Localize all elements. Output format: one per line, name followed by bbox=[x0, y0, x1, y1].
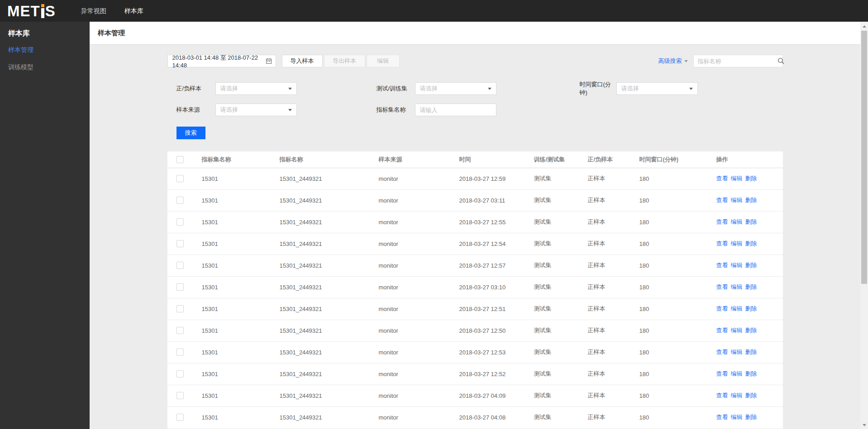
cell-dataset: 测试集 bbox=[525, 189, 579, 211]
edit-link[interactable]: 编辑 bbox=[731, 370, 743, 377]
nav-item-sample-library[interactable]: 样本库 bbox=[115, 0, 153, 22]
edit-link[interactable]: 编辑 bbox=[731, 262, 743, 269]
edit-link[interactable]: 编辑 bbox=[731, 349, 743, 355]
row-checkbox[interactable] bbox=[176, 305, 184, 312]
cell-time-window: 180 bbox=[630, 168, 707, 189]
row-checkbox[interactable] bbox=[176, 218, 184, 226]
sidebar-title: 样本库 bbox=[0, 22, 90, 40]
advanced-search-toggle[interactable]: 高级搜索 bbox=[658, 57, 688, 65]
nav-item-anomaly-view[interactable]: 异常视图 bbox=[72, 0, 115, 22]
cell-time: 2018-03-27 12:57 bbox=[450, 255, 525, 276]
delete-link[interactable]: 删除 bbox=[745, 414, 757, 420]
view-link[interactable]: 查看 bbox=[716, 305, 728, 312]
view-link[interactable]: 查看 bbox=[716, 175, 728, 182]
import-sample-button[interactable]: 导入样本 bbox=[282, 55, 323, 67]
date-range-picker[interactable]: 2018-03-01 14:48 至 2018-07-22 14:48 bbox=[167, 55, 276, 67]
cell-dataset: 测试集 bbox=[525, 363, 579, 385]
view-link[interactable]: 查看 bbox=[716, 197, 728, 203]
time-window-select[interactable]: 请选择 bbox=[616, 82, 698, 95]
metric-set-name-input[interactable] bbox=[415, 104, 496, 116]
delete-link[interactable]: 删除 bbox=[745, 262, 757, 269]
search-button[interactable]: 搜索 bbox=[176, 127, 205, 139]
row-checkbox[interactable] bbox=[176, 197, 184, 204]
cell-time-window: 180 bbox=[630, 211, 707, 233]
row-checkbox[interactable] bbox=[176, 349, 184, 356]
row-checkbox[interactable] bbox=[176, 175, 184, 182]
cell-source: monitor bbox=[370, 276, 450, 298]
delete-link[interactable]: 删除 bbox=[745, 370, 757, 377]
sample-source-select[interactable]: 请选择 bbox=[215, 104, 297, 116]
view-link[interactable]: 查看 bbox=[716, 414, 728, 420]
delete-link[interactable]: 删除 bbox=[745, 175, 757, 182]
view-link[interactable]: 查看 bbox=[716, 283, 728, 290]
row-checkbox[interactable] bbox=[176, 283, 184, 291]
row-checkbox[interactable] bbox=[176, 240, 184, 247]
delete-link[interactable]: 删除 bbox=[745, 349, 757, 355]
polarity-select[interactable]: 请选择 bbox=[215, 82, 297, 95]
scroll-up-arrow-icon[interactable] bbox=[860, 23, 868, 30]
delete-link[interactable]: 删除 bbox=[745, 392, 757, 399]
delete-link[interactable]: 删除 bbox=[745, 283, 757, 290]
cell-metric-set: 15301 bbox=[193, 363, 271, 385]
edit-link[interactable]: 编辑 bbox=[731, 305, 743, 312]
row-checkbox[interactable] bbox=[176, 262, 184, 269]
cell-metric-name: 15301_2449321 bbox=[271, 276, 370, 298]
edit-link[interactable]: 编辑 bbox=[731, 327, 743, 334]
cell-source: monitor bbox=[370, 168, 450, 189]
view-link[interactable]: 查看 bbox=[716, 349, 728, 355]
metric-search-box bbox=[693, 55, 783, 67]
row-checkbox[interactable] bbox=[176, 327, 184, 334]
delete-link[interactable]: 删除 bbox=[745, 305, 757, 312]
cell-dataset: 测试集 bbox=[525, 211, 579, 233]
export-sample-button[interactable]: 导出样本 bbox=[324, 55, 365, 67]
cell-polarity: 正样本 bbox=[579, 276, 630, 298]
cell-time-window: 180 bbox=[630, 406, 707, 428]
edit-link[interactable]: 编辑 bbox=[731, 197, 743, 203]
scrollbar-thumb[interactable] bbox=[861, 31, 867, 284]
edit-link[interactable]: 编辑 bbox=[731, 218, 743, 225]
metis-logo[interactable]: METS bbox=[7, 4, 56, 19]
view-link[interactable]: 查看 bbox=[716, 240, 728, 247]
scroll-down-arrow-icon[interactable] bbox=[860, 421, 868, 429]
delete-link[interactable]: 删除 bbox=[745, 327, 757, 334]
filter-label-metric-set-name: 指标集名称 bbox=[377, 106, 415, 114]
cell-metric-name: 15301_2449321 bbox=[271, 255, 370, 276]
vertical-scrollbar[interactable] bbox=[860, 22, 868, 429]
table-row: 15301 15301_2449321 monitor 2018-03-27 0… bbox=[167, 276, 783, 298]
row-checkbox[interactable] bbox=[176, 370, 184, 377]
edit-button[interactable]: 编辑 bbox=[367, 55, 400, 67]
col-header-metric-set: 指标集名称 bbox=[193, 151, 271, 168]
table-row: 15301 15301_2449321 monitor 2018-03-27 0… bbox=[167, 406, 783, 428]
search-icon[interactable] bbox=[777, 57, 785, 65]
sidebar-item-training-model[interactable]: 训练模型 bbox=[0, 60, 90, 74]
view-link[interactable]: 查看 bbox=[716, 218, 728, 225]
cell-dataset: 测试集 bbox=[525, 298, 579, 320]
calendar-icon bbox=[266, 58, 272, 64]
view-link[interactable]: 查看 bbox=[716, 327, 728, 334]
edit-link[interactable]: 编辑 bbox=[731, 414, 743, 420]
row-checkbox[interactable] bbox=[176, 392, 184, 399]
cell-polarity: 正样本 bbox=[579, 211, 630, 233]
dataset-select[interactable]: 请选择 bbox=[415, 82, 496, 95]
delete-link[interactable]: 删除 bbox=[745, 218, 757, 225]
select-all-checkbox[interactable] bbox=[176, 156, 184, 163]
cell-metric-set: 15301 bbox=[193, 298, 271, 320]
sidebar-item-sample-management[interactable]: 样本管理 bbox=[0, 42, 90, 57]
table-row: 15301 15301_2449321 monitor 2018-03-27 0… bbox=[167, 385, 783, 406]
edit-link[interactable]: 编辑 bbox=[731, 175, 743, 182]
cell-source: monitor bbox=[370, 406, 450, 428]
main-area: 样本管理 2018-03-01 14:48 至 2018-07-22 14:48 bbox=[90, 22, 860, 429]
view-link[interactable]: 查看 bbox=[716, 262, 728, 269]
delete-link[interactable]: 删除 bbox=[745, 240, 757, 247]
cell-polarity: 正样本 bbox=[579, 298, 630, 320]
table-row: 15301 15301_2449321 monitor 2018-03-27 1… bbox=[167, 255, 783, 276]
edit-link[interactable]: 编辑 bbox=[731, 240, 743, 247]
edit-link[interactable]: 编辑 bbox=[731, 392, 743, 399]
view-link[interactable]: 查看 bbox=[716, 370, 728, 377]
view-link[interactable]: 查看 bbox=[716, 392, 728, 399]
cell-polarity: 正样本 bbox=[579, 168, 630, 189]
delete-link[interactable]: 删除 bbox=[745, 197, 757, 203]
metric-search-input[interactable] bbox=[694, 58, 777, 65]
row-checkbox[interactable] bbox=[176, 414, 184, 421]
edit-link[interactable]: 编辑 bbox=[731, 283, 743, 290]
